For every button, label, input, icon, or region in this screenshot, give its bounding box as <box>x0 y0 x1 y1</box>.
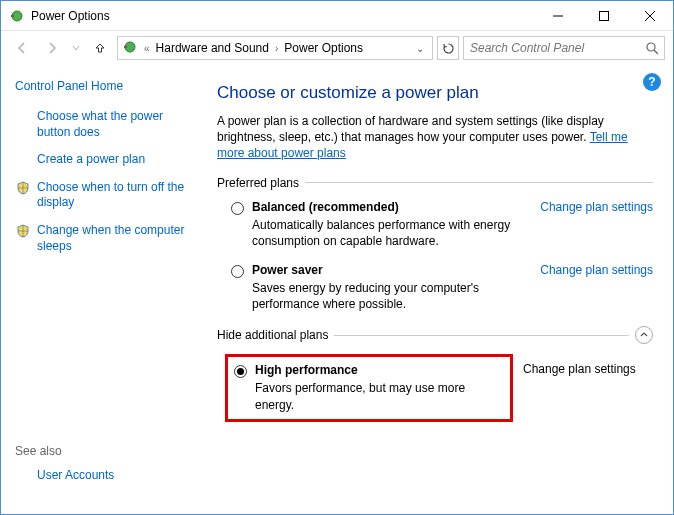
titlebar: Power Options <box>1 1 673 31</box>
svg-rect-7 <box>124 46 127 48</box>
hide-additional-plans-toggle[interactable]: Hide additional plans <box>217 326 653 344</box>
close-button[interactable] <box>627 1 673 31</box>
task-choose-power-button[interactable]: Choose what the power button does <box>37 109 199 140</box>
window-title: Power Options <box>31 9 535 23</box>
plan-high-performance-desc: Favors performance, but may use more ene… <box>255 380 504 412</box>
forward-button[interactable] <box>39 36 65 60</box>
search-input[interactable] <box>464 41 640 55</box>
sidebar: Control Panel Home Choose what the power… <box>1 65 211 514</box>
help-button[interactable]: ? <box>643 73 661 91</box>
svg-rect-1 <box>11 15 14 17</box>
chevron-up-icon[interactable] <box>635 326 653 344</box>
control-panel-home-link[interactable]: Control Panel Home <box>15 79 199 93</box>
address-dropdown[interactable]: ⌄ <box>412 43 428 54</box>
up-button[interactable] <box>87 36 113 60</box>
main-content: Choose or customize a power plan A power… <box>211 65 673 514</box>
navigation-bar: « Hardware and Sound › Power Options ⌄ <box>1 31 673 65</box>
highlighted-plan-box: High performance Favors performance, but… <box>225 354 513 421</box>
search-icon[interactable] <box>640 42 664 55</box>
crumb-hardware-sound[interactable]: Hardware and Sound <box>156 41 269 55</box>
task-create-power-plan[interactable]: Create a power plan <box>37 152 145 168</box>
link-user-accounts[interactable]: User Accounts <box>37 468 114 484</box>
see-also-label: See also <box>15 444 199 458</box>
power-options-icon <box>9 8 25 24</box>
plan-balanced-title[interactable]: Balanced (recommended) <box>252 200 526 214</box>
preferred-plans-header: Preferred plans <box>217 176 653 190</box>
svg-point-8 <box>647 43 655 51</box>
maximize-button[interactable] <box>581 1 627 31</box>
task-turn-off-display[interactable]: Choose when to turn off the display <box>37 180 199 211</box>
crumb-root-chevron[interactable]: « <box>142 43 152 54</box>
plan-balanced-desc: Automatically balances performance with … <box>252 217 526 249</box>
crumb-power-options[interactable]: Power Options <box>284 41 363 55</box>
plan-balanced: Balanced (recommended) Automatically bal… <box>231 200 653 249</box>
plan-power-saver-desc: Saves energy by reducing your computer's… <box>252 280 526 312</box>
change-settings-balanced[interactable]: Change plan settings <box>540 200 653 214</box>
page-description: A power plan is a collection of hardware… <box>217 113 653 162</box>
change-settings-power-saver[interactable]: Change plan settings <box>540 263 653 277</box>
minimize-button[interactable] <box>535 1 581 31</box>
radio-balanced[interactable] <box>231 202 244 215</box>
change-settings-high-performance[interactable]: Change plan settings <box>523 354 636 376</box>
shield-icon <box>15 180 31 196</box>
shield-icon <box>15 223 31 239</box>
back-button[interactable] <box>9 36 35 60</box>
svg-line-9 <box>654 50 658 54</box>
page-heading: Choose or customize a power plan <box>217 83 653 103</box>
power-options-icon <box>122 39 138 58</box>
recent-dropdown[interactable] <box>69 36 83 60</box>
crumb-chevron[interactable]: › <box>273 43 280 54</box>
svg-rect-3 <box>600 11 609 20</box>
radio-power-saver[interactable] <box>231 265 244 278</box>
address-bar[interactable]: « Hardware and Sound › Power Options ⌄ <box>117 36 433 60</box>
plan-power-saver-title[interactable]: Power saver <box>252 263 526 277</box>
plan-high-performance-title[interactable]: High performance <box>255 363 504 377</box>
plan-power-saver: Power saver Saves energy by reducing you… <box>231 263 653 312</box>
search-box[interactable] <box>463 36 665 60</box>
task-computer-sleeps[interactable]: Change when the computer sleeps <box>37 223 199 254</box>
refresh-button[interactable] <box>437 36 459 60</box>
radio-high-performance[interactable] <box>234 365 247 378</box>
